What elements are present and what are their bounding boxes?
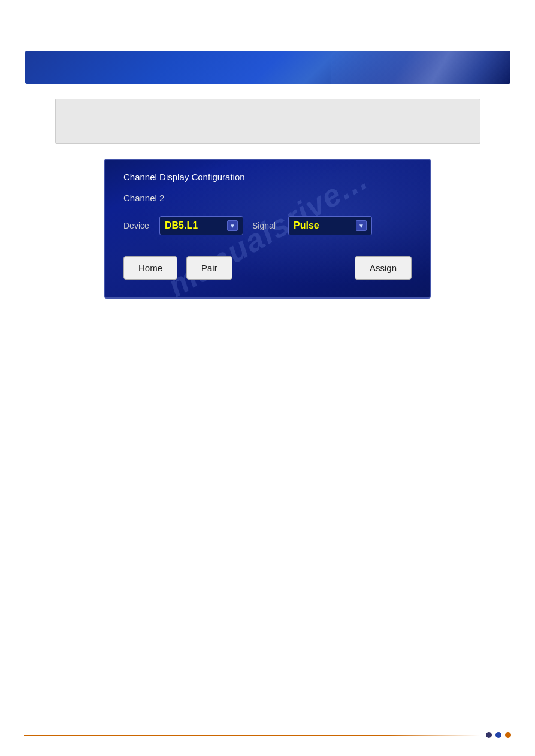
buttons-row: Home Pair Assign — [123, 256, 412, 280]
device-value: DB5.L1 — [165, 220, 223, 231]
device-label: Device — [123, 221, 150, 230]
signal-label: Signal — [252, 221, 279, 230]
assign-button[interactable]: Assign — [355, 256, 412, 280]
panel-title: Channel Display Configuration — [123, 172, 412, 182]
footer — [0, 732, 535, 738]
config-panel: manualsrive... Channel Display Configura… — [104, 159, 431, 299]
signal-dropdown[interactable]: Pulse ▼ — [288, 216, 372, 235]
dot-2 — [495, 732, 501, 738]
device-dropdown-arrow: ▼ — [227, 220, 238, 231]
pair-button[interactable]: Pair — [186, 256, 232, 280]
device-dropdown[interactable]: DB5.L1 ▼ — [159, 216, 243, 235]
dot-1 — [486, 732, 492, 738]
signal-value: Pulse — [294, 220, 352, 231]
home-button[interactable]: Home — [123, 256, 177, 280]
channel-label: Channel 2 — [123, 193, 412, 203]
dot-3 — [505, 732, 511, 738]
info-box — [55, 99, 480, 144]
footer-dots — [486, 732, 511, 738]
footer-line — [24, 735, 480, 736]
top-banner — [25, 51, 510, 84]
signal-dropdown-arrow: ▼ — [356, 220, 367, 231]
controls-row: Device DB5.L1 ▼ Signal Pulse ▼ — [123, 216, 412, 235]
